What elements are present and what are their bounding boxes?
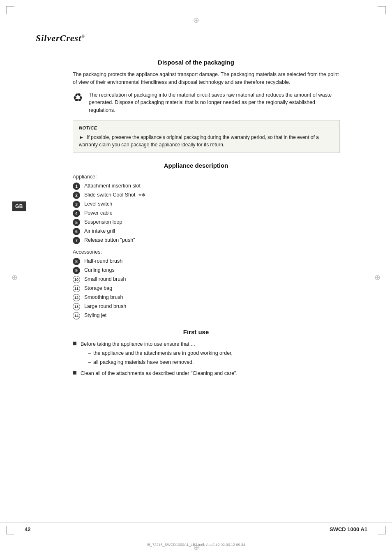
list-item: 10 Small round brush (73, 275, 340, 283)
item-text: Air intake grill (84, 227, 115, 235)
crosshair-top: ⊕ (193, 16, 199, 25)
list-item: Clean all of the attachments as describe… (73, 370, 340, 377)
item-number: 11 (73, 285, 80, 292)
notice-text: If possible, preserve the appliance's or… (79, 134, 319, 148)
item-text: Large round brush (84, 303, 126, 310)
notice-arrow: ► (79, 134, 84, 140)
list-item: 5 Suspension loop (73, 218, 340, 226)
sub-text: the appliance and the attachments are in… (93, 349, 233, 357)
item-text: Slide switch Cool Shot ✳❄ (84, 191, 145, 199)
sub-dash: – (88, 358, 91, 366)
list-item: 3 Level switch (73, 200, 340, 208)
item-text: Smoothing brush (84, 294, 123, 301)
corner-mark-tr (378, 6, 386, 14)
page-number: 42 (25, 526, 30, 532)
list-item: 6 Air intake grill (73, 227, 340, 235)
recycle-block: ♻ The recirculation of packaging into th… (73, 91, 340, 114)
item-number: 10 (73, 276, 80, 283)
appliance-description-section: Appliance description Appliance: 1 Attac… (36, 162, 356, 319)
bullet-icon (73, 371, 76, 375)
sub-list-item: – all packaging materials have been remo… (88, 358, 233, 366)
footer-text: IB_72216_SWCD1000A1_LB2.indb Abs2:42 02.… (0, 543, 392, 547)
first-use-title: First use (36, 328, 356, 335)
accessories-items-list: 8 Half-round brush 9 Curling tongs 10 Sm… (73, 257, 340, 319)
item-text: Curling tongs (84, 266, 115, 274)
logo-area: SilverCrest® (36, 33, 356, 47)
corner-mark-tl (6, 6, 14, 14)
disposal-title: Disposal of the packaging (36, 59, 356, 66)
disposal-body: The packaging protects the appliance aga… (73, 71, 340, 153)
item-text: Level switch (84, 200, 112, 208)
bottom-bar: 42 SWCD 1000 A1 (0, 523, 392, 532)
cool-shot-icon: ✳❄ (138, 192, 145, 199)
accessories-label: Accessories: (73, 249, 356, 255)
sub-text: all packaging materials have been remove… (93, 358, 194, 366)
bullet-icon (73, 342, 76, 345)
item-number: 3 (73, 201, 80, 208)
item-number: 6 (73, 228, 80, 235)
disposal-section: Disposal of the packaging The packaging … (36, 59, 356, 153)
appliance-items-list: 1 Attachment insertion slot 2 Slide swit… (73, 182, 340, 244)
sub-list-item: – the appliance and the attachments are … (88, 349, 233, 357)
item-text: Storage bag (84, 284, 112, 292)
item-text: Half-round brush (84, 257, 122, 265)
first-use-list: Before taking the appliance into use ens… (73, 340, 340, 377)
item-number: 4 (73, 210, 80, 217)
notice-box: NOTICE ► If possible, preserve the appli… (73, 120, 340, 153)
crosshair-left: ⊕ (12, 273, 18, 282)
item-text: Release button "push" (84, 236, 135, 244)
product-code: SWCD 1000 A1 (330, 526, 367, 532)
crosshair-right: ⊕ (374, 273, 380, 282)
disposal-paragraph1: The packaging protects the appliance aga… (73, 71, 340, 86)
bullet-text: Clean all of the attachments as describe… (81, 370, 238, 377)
first-use-section: First use Before taking the appliance in… (36, 328, 356, 377)
item-number: 5 (73, 219, 80, 226)
item-number: 1 (73, 183, 80, 190)
item-text: Small round brush (84, 275, 126, 283)
language-tab: GB (12, 201, 26, 211)
item-text: Attachment insertion slot (84, 182, 141, 190)
sub-bullet-list: – the appliance and the attachments are … (88, 349, 233, 366)
brand-logo: SilverCrest® (36, 33, 85, 43)
page: ⊕ ⊕ ⊕ ⊕ GB SilverCrest® Disposal of the … (0, 0, 392, 555)
bullet-text: Before taking the appliance into use ens… (81, 341, 195, 347)
appliance-description-title: Appliance description (36, 162, 356, 169)
notice-title: NOTICE (79, 125, 334, 132)
recycle-icon: ♻ (73, 92, 83, 104)
list-item: 11 Storage bag (73, 284, 340, 292)
list-item: 2 Slide switch Cool Shot ✳❄ (73, 191, 340, 199)
list-item: 1 Attachment insertion slot (73, 182, 340, 190)
list-item: 14 Styling jet (73, 312, 340, 319)
list-item: Before taking the appliance into use ens… (73, 340, 340, 367)
item-number: 13 (73, 303, 80, 310)
item-text: Styling jet (84, 312, 106, 319)
list-item: 12 Smoothing brush (73, 294, 340, 301)
disposal-paragraph2: The recirculation of packaging into the … (89, 91, 340, 114)
list-item: 9 Curling tongs (73, 266, 340, 274)
list-item: 4 Power cable (73, 209, 340, 217)
item-text: Power cable (84, 209, 113, 217)
item-number: 14 (73, 312, 80, 319)
sub-dash: – (88, 349, 91, 357)
list-item: 8 Half-round brush (73, 257, 340, 265)
item-text: Suspension loop (84, 218, 122, 226)
item-number: 7 (73, 237, 80, 244)
item-number: 12 (73, 294, 80, 301)
item-number: 9 (73, 267, 80, 274)
item-number: 8 (73, 258, 80, 265)
notice-body: ► If possible, preserve the appliance's … (79, 134, 334, 148)
bullet-content: Before taking the appliance into use ens… (81, 340, 233, 367)
list-item: 7 Release button "push" (73, 236, 340, 244)
appliance-label: Appliance: (73, 174, 356, 180)
list-item: 13 Large round brush (73, 303, 340, 310)
item-number: 2 (73, 192, 80, 199)
